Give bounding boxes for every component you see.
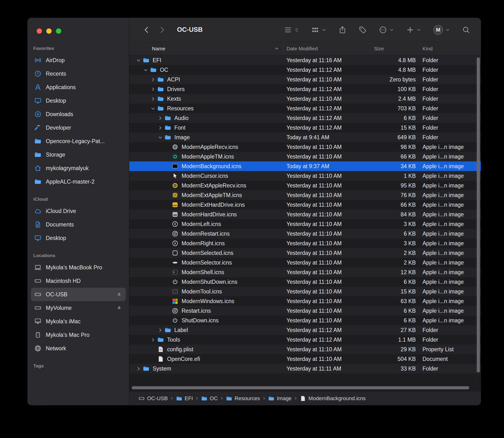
file-row-modernextharddrive-icns[interactable]: ModernExtHardDrive.icnsYesterday at 11:1… <box>129 200 481 210</box>
disclosure-expanded-icon[interactable] <box>142 66 149 74</box>
file-row-modernappletm-icns[interactable]: ModernAppleTM.icnsYesterday at 11:10 AM6… <box>129 152 481 161</box>
search-button[interactable] <box>462 26 470 34</box>
file-row-label[interactable]: LabelYesterday at 11:12 AM27 KBFolder <box>129 325 481 335</box>
sidebar-item-applications[interactable]: Applications <box>31 80 126 94</box>
disclosure-expanded-icon[interactable] <box>157 134 164 141</box>
path-item-resources[interactable]: Resources <box>226 395 260 402</box>
view-switcher-button[interactable] <box>284 26 299 34</box>
file-row-modernextapplerecv-icns[interactable]: ModernExtAppleRecv.icnsYesterday at 11:1… <box>129 181 481 190</box>
file-row-shutdown-icns[interactable]: ShutDown.icnsYesterday at 11:10 AM6 KBAp… <box>129 316 481 325</box>
path-item-modernbackground-icns[interactable]: ModernBackground.icns <box>300 395 366 402</box>
sidebar-item-oc-usb[interactable]: OC-USB <box>31 288 126 301</box>
sidebar-sections: FavoritesAirDropRecentsApplicationsDeskt… <box>27 46 129 405</box>
file-row-drivers[interactable]: DriversYesterday at 11:12 AM100 KBFolder <box>129 84 481 94</box>
file-row-modernselector-icns[interactable]: ModernSelector.icnsYesterday at 11:10 AM… <box>129 258 481 267</box>
share-button[interactable] <box>338 26 346 34</box>
sidebar-item-desktop[interactable]: Desktop <box>31 231 126 245</box>
fullscreen-button[interactable] <box>56 28 61 34</box>
file-date-modified: Yesterday at 11:10 AM <box>283 182 371 189</box>
file-row-acpi[interactable]: ACPIYesterday at 11:10 AMZero bytesFolde… <box>129 75 481 84</box>
path-item-oc[interactable]: OC <box>201 395 218 402</box>
horizontal-scrollbar[interactable] <box>132 386 473 389</box>
file-row-modernselected-icns[interactable]: ModernSelected.icnsYesterday at 11:10 AM… <box>129 248 481 258</box>
vertical-scrollbar[interactable] <box>476 55 481 391</box>
file-row-config-plist[interactable]: config.plistYesterday at 11:10 AM29 KBPr… <box>129 345 481 354</box>
account-button[interactable]: M <box>433 25 450 35</box>
sidebar-item-mykola-s-imac[interactable]: Mykola’s iMac <box>31 315 126 328</box>
sidebar-item-documents[interactable]: Documents <box>31 218 126 231</box>
file-row-image[interactable]: ImageToday at 9:41 AM649 KBFolder <box>129 132 481 142</box>
file-row-modernwindows-icns[interactable]: ModernWindows.icnsYesterday at 11:10 AM6… <box>129 296 481 306</box>
tags-button[interactable] <box>359 26 367 34</box>
disclosure-expanded-icon[interactable] <box>135 57 142 64</box>
sidebar-item-mykolagrymalyuk[interactable]: mykolagrymalyuk <box>31 161 126 175</box>
file-row-restart-icns[interactable]: Restart.icnsYesterday at 11:10 AM6 KBApp… <box>129 306 481 316</box>
close-button[interactable] <box>37 28 42 34</box>
file-row-efi[interactable]: EFIYesterday at 11:16 AM4.8 MBFolder <box>129 55 481 65</box>
file-row-moderntool-icns[interactable]: ModernTool.icnsYesterday at 11:10 AM15 K… <box>129 287 481 296</box>
file-row-resources[interactable]: ResourcesYesterday at 11:12 AM703 KBFold… <box>129 104 481 113</box>
file-row-modernshutdown-icns[interactable]: ModernShutDown.icnsYesterday at 11:10 AM… <box>129 277 481 287</box>
file-row-modernright-icns[interactable]: ModernRight.icnsYesterday at 11:10 AM3 K… <box>129 239 481 248</box>
file-row-moderncursor-icns[interactable]: ModernCursor.icnsYesterday at 11:10 AM1 … <box>129 171 481 181</box>
sidebar-item-storage[interactable]: Storage <box>31 148 126 161</box>
column-header-kind[interactable]: Kind <box>419 42 481 55</box>
file-row-kexts[interactable]: KextsYesterday at 11:10 AM2.4 MBFolder <box>129 94 481 104</box>
new-item-button[interactable] <box>406 26 421 34</box>
sidebar-item-desktop[interactable]: Desktop <box>31 94 126 108</box>
file-row-modernbackground-icns[interactable]: ModernBackground.icnsToday at 9:37 AM34 … <box>129 161 481 171</box>
file-row-modernharddrive-icns[interactable]: ModernHardDrive.icnsYesterday at 11:10 A… <box>129 210 481 219</box>
sidebar-item-macintosh-hd[interactable]: Macintosh HD <box>31 274 126 288</box>
file-row-audio[interactable]: AudioYesterday at 11:12 AM6 KBFolder <box>129 113 481 123</box>
disclosure-collapsed-icon[interactable] <box>149 95 157 102</box>
horizontal-scrollbar-thumb[interactable] <box>132 386 469 389</box>
eject-icon[interactable] <box>116 305 122 311</box>
disclosure-collapsed-icon[interactable] <box>157 114 164 122</box>
file-row-modernrestart-icns[interactable]: ModernRestart.icnsYesterday at 11:10 AM6… <box>129 229 481 239</box>
sidebar-item-mykola-s-macbook-pro[interactable]: Mykola’s MacBook Pro <box>31 261 126 274</box>
forward-button[interactable] <box>157 24 167 35</box>
disclosure-collapsed-icon[interactable] <box>135 365 142 372</box>
file-row-opencore-efi[interactable]: OpenCore.efiYesterday at 11:10 AM504 KBD… <box>129 354 481 364</box>
file-row-system[interactable]: SystemYesterday at 11:11 AM33 KBFolder <box>129 364 481 373</box>
file-row-modernshell-icns[interactable]: ModernShell.icnsYesterday at 11:10 AM12 … <box>129 267 481 277</box>
sidebar-item-myvolume[interactable]: MyVolume <box>31 301 126 315</box>
column-header-date-modified[interactable]: Date Modified <box>283 42 371 55</box>
sidebar-item-downloads[interactable]: Downloads <box>31 108 126 121</box>
path-item-oc-usb[interactable]: OC-USB <box>138 395 168 402</box>
file-row-modernextappletm-icns[interactable]: ModernExtAppleTM.icnsYesterday at 11:10 … <box>129 190 481 200</box>
sidebar-item-opencore-legacy-pat[interactable]: Opencore-Legacy-Pat... <box>31 134 126 148</box>
group-by-button[interactable] <box>311 26 326 34</box>
back-button[interactable] <box>142 24 151 35</box>
file-row-modernleft-icns[interactable]: ModernLeft.icnsYesterday at 11:10 AM3 KB… <box>129 219 481 229</box>
file-row-font[interactable]: FontYesterday at 11:12 AM15 KBFolder <box>129 123 481 132</box>
eject-icon[interactable] <box>116 291 122 297</box>
sidebar-item-developer[interactable]: Developer <box>31 121 126 134</box>
sidebar-item-label: Network <box>46 345 66 352</box>
column-header-name[interactable]: Name <box>129 42 283 55</box>
path-item-image[interactable]: Image <box>268 395 292 402</box>
sidebar-item-network[interactable]: Network <box>31 342 126 355</box>
disclosure-expanded-icon[interactable] <box>149 105 157 112</box>
sidebar-item-mykola-s-mac-pro[interactable]: Mykola’s Mac Pro <box>31 328 126 342</box>
sidebar-item-airdrop[interactable]: AirDrop <box>31 54 126 67</box>
disclosure-collapsed-icon[interactable] <box>157 124 164 131</box>
disclosure-collapsed-icon[interactable] <box>149 336 157 343</box>
sidebar-item-recents[interactable]: Recents <box>31 67 126 80</box>
name-cell: config.plist <box>129 345 283 353</box>
path-item-efi[interactable]: EFI <box>176 395 193 402</box>
disclosure-collapsed-icon[interactable] <box>149 86 157 93</box>
file-size: 2 KB <box>371 260 419 266</box>
vertical-scrollbar-thumb[interactable] <box>477 57 480 372</box>
more-actions-button[interactable] <box>379 26 394 34</box>
file-row-tools[interactable]: ToolsYesterday at 11:12 AM1.1 MBFolder <box>129 335 481 345</box>
sidebar-item-icloud-drive[interactable]: iCloud Drive <box>31 204 126 218</box>
disclosure-collapsed-icon[interactable] <box>157 327 164 334</box>
name-cell: ModernExtAppleRecv.icns <box>129 181 283 190</box>
minimize-button[interactable] <box>46 28 52 34</box>
sidebar-item-applealc-master-2[interactable]: AppleALC-master-2 <box>31 175 126 188</box>
column-header-size[interactable]: Size <box>371 42 419 55</box>
file-row-modernapplerecv-icns[interactable]: ModernAppleRecv.icnsYesterday at 11:10 A… <box>129 142 481 152</box>
file-row-oc[interactable]: OCYesterday at 11:12 AM4.8 MBFolder <box>129 65 481 75</box>
disclosure-collapsed-icon[interactable] <box>149 76 157 83</box>
